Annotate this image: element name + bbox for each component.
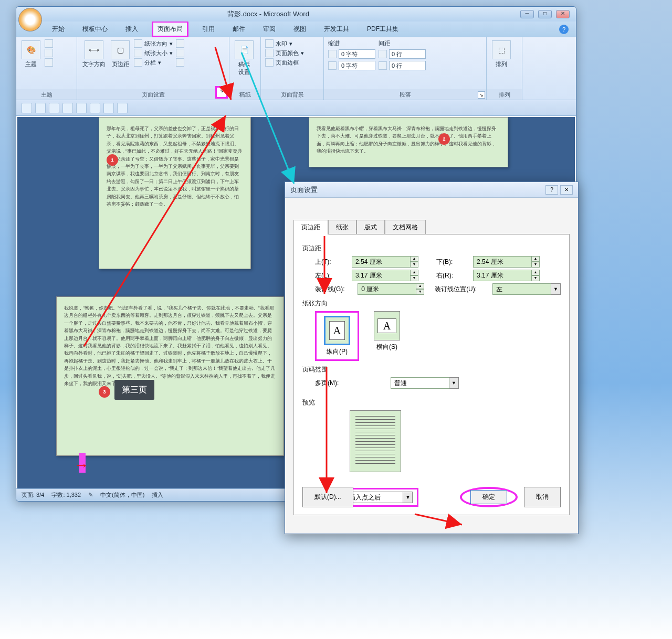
preview-section-label: 预览 (302, 398, 561, 407)
default-button[interactable]: 默认(D)... (302, 487, 353, 507)
gutter-pos-label: 装订线位置(U): (435, 285, 485, 294)
orientation-button[interactable]: 纸张方向 ▾ (134, 39, 173, 48)
hyphenation-icon[interactable] (176, 58, 184, 67)
page-color-icon (265, 49, 274, 57)
multi-page-select[interactable]: 普通 (391, 377, 449, 389)
page-color-button[interactable]: 页面颜色 ▾ (265, 49, 304, 57)
margins-button[interactable]: ▢ 页边距 (110, 39, 131, 69)
gutter-label: 装订线(G): (315, 285, 350, 294)
space-after-icon (379, 61, 387, 70)
margin-left-input[interactable]: 3.17 厘米 (352, 270, 411, 281)
pages-section-label: 页码范围 (302, 365, 561, 374)
text-direction-icon: ⟷ (85, 40, 103, 59)
columns-button[interactable]: 分栏 ▾ (134, 58, 173, 67)
page-borders-icon (265, 58, 274, 67)
dialog-tab-grid[interactable]: 文档网格 (385, 220, 426, 235)
page-setup-dialog: 页面设置 ? ✕ 页边距 纸张 版式 文档网格 页边距 上(T): 2.54 厘… (285, 182, 579, 534)
maximize-button[interactable]: □ (538, 10, 552, 18)
page-borders-button[interactable]: 页面边框 (265, 58, 304, 67)
line-numbers-icon[interactable] (176, 49, 184, 57)
ok-button[interactable]: 确定 (470, 490, 507, 504)
page-size-icon (134, 49, 142, 57)
document-page-1: 那年冬天，祖母死了，父亲的差使也交卸了，正是祸不单行的日子，我从北京到徐州，打算… (99, 117, 251, 269)
qat-preview[interactable] (103, 103, 114, 113)
quick-access-toolbar (16, 100, 576, 116)
orientation-portrait[interactable]: A 纵向(P) (320, 316, 354, 356)
tab-page-layout[interactable]: 页面布局 (152, 21, 188, 37)
tab-start[interactable]: 开始 (48, 23, 69, 36)
dialog-help-button[interactable]: ? (545, 185, 558, 195)
group-page-bg-label: 页面背景 (261, 89, 323, 100)
status-language: 中文(简体，中国) (100, 491, 144, 499)
tab-template[interactable]: 模板中心 (78, 23, 112, 36)
status-words: 字数: 1,332 (51, 491, 81, 499)
indent-left-input[interactable]: 0 字符 (339, 49, 375, 59)
ribbon: 🎨 主题 主题 ⟷ 文字方向 ▢ 页边距 (16, 37, 576, 100)
tab-developer[interactable]: 开发工具 (320, 23, 353, 36)
orientation-landscape[interactable]: A 横向(S) (370, 311, 404, 361)
document-page-3: 我说道，"爸爸，你走吧。"他望车外看了看，说，"我买几个橘子去。你就在此地，不要… (56, 296, 284, 456)
margin-top-label: 上(T): (315, 258, 344, 267)
space-after-input[interactable]: 0 行 (389, 61, 426, 70)
orientation-section-label: 纸张方向 (302, 299, 561, 308)
indent-left-icon (328, 50, 337, 58)
margins-section-label: 页边距 (302, 244, 561, 253)
group-arrange-label: 排列 (487, 89, 522, 100)
dialog-tab-paper[interactable]: 纸张 (328, 220, 356, 235)
theme-fonts-icon[interactable] (45, 49, 53, 57)
margin-bottom-label: 下(B): (436, 258, 466, 267)
qat-redo[interactable] (49, 103, 59, 113)
multi-page-label: 多页(M): (315, 379, 352, 388)
page-setup-launcher[interactable]: ↘ (215, 86, 228, 99)
dialog-close-button[interactable]: ✕ (560, 185, 573, 195)
qat-print[interactable] (90, 103, 100, 113)
theme-effects-icon[interactable] (45, 58, 53, 67)
margins-icon: ▢ (111, 40, 130, 59)
annotation-badge-3: 3 (99, 386, 110, 398)
tab-mail[interactable]: 邮件 (228, 23, 249, 36)
paragraph-launcher[interactable]: ↘ (478, 91, 485, 99)
tab-insert[interactable]: 插入 (121, 23, 142, 36)
gutter-pos-select[interactable]: 左 (492, 283, 551, 295)
arrange-button[interactable]: ⬚ 排列 (491, 39, 512, 69)
qat-highlight[interactable] (117, 103, 128, 113)
cancel-button[interactable]: 取消 (524, 487, 561, 507)
space-before-icon (379, 50, 387, 58)
dialog-title: 页面设置 (290, 185, 543, 195)
dialog-tab-margins[interactable]: 页边距 (293, 220, 328, 235)
draft-button[interactable]: 📄 稿纸 设置 (234, 39, 255, 77)
orientation-icon (134, 39, 142, 48)
qat-new[interactable] (62, 103, 73, 113)
indent-right-input[interactable]: 0 字符 (339, 61, 375, 70)
watermark-icon (265, 39, 274, 48)
minimize-button[interactable]: ─ (520, 10, 534, 18)
breaks-icon[interactable] (176, 39, 184, 48)
close-button[interactable]: ✕ (556, 10, 570, 18)
document-page-2: 我看见他戴着黑布小帽，穿着黑布大马褂，深青布棉袍，蹒跚地走到铁道边，慢慢探身下去… (309, 117, 508, 167)
dialog-tab-layout[interactable]: 版式 (356, 220, 385, 235)
margin-right-input[interactable]: 3.17 厘米 (473, 270, 532, 281)
qat-open[interactable] (76, 103, 87, 113)
tab-view[interactable]: 视图 (289, 23, 310, 36)
tab-pdf[interactable]: PDF工具集 (363, 23, 403, 36)
margin-left-label: 左(L): (315, 271, 344, 280)
help-icon[interactable]: ? (559, 25, 569, 34)
qat-save[interactable] (22, 103, 32, 113)
text-direction-button[interactable]: ⟷ 文字方向 (81, 39, 107, 69)
margin-right-label: 右(R): (436, 271, 466, 280)
space-before-input[interactable]: 0 行 (389, 49, 426, 59)
watermark-button[interactable]: 水印 ▾ (265, 39, 304, 48)
qat-undo[interactable] (35, 103, 46, 113)
tab-reference[interactable]: 引用 (198, 23, 219, 36)
office-button[interactable] (18, 8, 42, 31)
group-theme-label: 主题 (16, 89, 77, 100)
theme-colors-icon[interactable] (45, 39, 53, 48)
tab-review[interactable]: 审阅 (259, 23, 280, 36)
margin-top-input[interactable]: 2.54 厘米 (352, 256, 411, 268)
status-mode: 插入 (152, 491, 163, 499)
gutter-input[interactable]: 0 厘米 (358, 283, 416, 295)
themes-button[interactable]: 🎨 主题 (20, 39, 41, 69)
draft-icon: 📄 (235, 40, 254, 59)
page-size-button[interactable]: 纸张大小 ▾ (134, 49, 173, 57)
margin-bottom-input[interactable]: 2.54 厘米 (473, 256, 532, 268)
